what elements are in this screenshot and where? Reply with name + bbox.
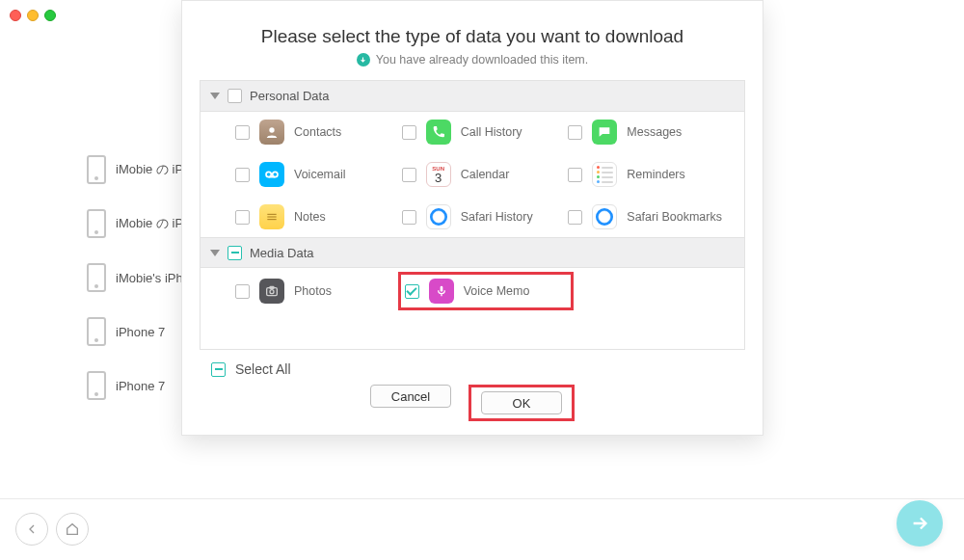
close-window-icon[interactable] <box>10 10 21 21</box>
modal-subtitle-text: You have already downloaded this item. <box>376 53 589 67</box>
media-grid: Photos Voice Memo <box>201 268 744 314</box>
item-label: Call History <box>461 125 522 139</box>
item-calendar[interactable]: SUN 3 Calendar <box>402 162 569 187</box>
iphone-icon <box>87 317 106 346</box>
item-voice-memo[interactable]: Voice Memo <box>398 272 575 310</box>
checkbox-select-all[interactable] <box>211 362 226 377</box>
home-button[interactable] <box>56 513 89 546</box>
section-title: Personal Data <box>250 89 329 103</box>
item-voicemail[interactable]: Voicemail <box>235 162 402 187</box>
iphone-icon <box>87 263 106 292</box>
item-call-history[interactable]: Call History <box>402 120 569 145</box>
checkbox-notes[interactable] <box>235 210 250 225</box>
chevron-down-icon <box>210 250 220 256</box>
bottom-toolbar <box>0 498 964 560</box>
cancel-button-label: Cancel <box>391 389 430 404</box>
item-label: Messages <box>627 125 682 139</box>
calendar-icon-day: 3 <box>435 172 442 184</box>
device-label: iMobie の iP <box>116 161 183 178</box>
item-messages[interactable]: Messages <box>568 120 735 145</box>
device-label: iPhone 7 <box>116 325 165 339</box>
iphone-icon <box>87 155 106 184</box>
ok-button-label: OK <box>513 396 531 411</box>
section-header-media[interactable]: Media Data <box>201 237 744 268</box>
device-label: iMobie's iPh <box>116 271 183 285</box>
item-notes[interactable]: Notes <box>235 204 402 229</box>
messages-icon <box>592 120 617 145</box>
voice-memo-icon <box>429 279 454 304</box>
svg-point-0 <box>269 127 274 132</box>
contacts-icon <box>259 120 284 145</box>
notes-icon <box>259 204 284 229</box>
checkbox-calendar[interactable] <box>402 168 416 182</box>
minimize-window-icon[interactable] <box>27 10 39 21</box>
back-button[interactable] <box>15 513 48 546</box>
item-reminders[interactable]: Reminders <box>568 162 735 187</box>
ok-button[interactable]: OK <box>481 391 562 414</box>
zoom-window-icon[interactable] <box>44 10 56 21</box>
safari-bookmarks-icon <box>592 204 617 229</box>
arrow-left-icon <box>24 521 40 537</box>
checkbox-photos[interactable] <box>235 284 250 299</box>
checkbox-voice-memo[interactable] <box>405 284 419 299</box>
item-label: Notes <box>294 210 326 224</box>
iphone-icon <box>87 371 106 400</box>
next-button[interactable] <box>897 500 943 547</box>
checkbox-personal-all[interactable] <box>228 89 242 103</box>
item-contacts[interactable]: Contacts <box>235 120 402 145</box>
checkbox-safari-bookmarks[interactable] <box>568 210 582 225</box>
modal-button-row: Cancel OK <box>182 385 763 435</box>
select-all-label: Select All <box>235 361 291 377</box>
device-label: iMobie の iP <box>116 215 183 232</box>
item-label: Safari Bookmarks <box>627 210 722 224</box>
voicemail-icon <box>259 162 284 187</box>
section-header-personal[interactable]: Personal Data <box>201 81 744 112</box>
checkbox-reminders[interactable] <box>568 168 582 182</box>
checkbox-contacts[interactable] <box>235 125 250 140</box>
item-safari-bookmarks[interactable]: Safari Bookmarks <box>568 204 735 229</box>
item-safari-history[interactable]: Safari History <box>402 204 569 229</box>
checkbox-voicemail[interactable] <box>235 168 250 182</box>
safari-history-icon <box>426 204 451 229</box>
item-label: Voice Memo <box>464 284 530 298</box>
item-label: Calendar <box>461 168 510 181</box>
personal-grid: Contacts Call History Messages <box>201 112 744 237</box>
arrow-right-icon <box>909 513 930 534</box>
item-label: Voicemail <box>294 168 346 181</box>
photos-icon <box>259 279 284 304</box>
item-label: Safari History <box>461 210 533 224</box>
window-traffic-lights <box>10 10 56 21</box>
svg-point-4 <box>270 290 274 294</box>
data-type-panel: Personal Data Contacts Call History <box>200 80 745 350</box>
ok-button-highlight: OK <box>469 385 575 421</box>
data-type-modal: Please select the type of data you want … <box>181 0 763 436</box>
downloaded-indicator-icon <box>357 53 370 67</box>
item-label: Contacts <box>294 125 341 139</box>
section-title: Media Data <box>250 246 313 260</box>
iphone-icon <box>87 209 106 238</box>
item-photos[interactable]: Photos <box>235 276 402 307</box>
phone-icon <box>426 120 451 145</box>
calendar-icon: SUN 3 <box>426 162 451 187</box>
modal-subtitle: You have already downloaded this item. <box>182 53 763 67</box>
select-all-row[interactable]: Select All <box>182 350 763 377</box>
home-icon <box>65 521 80 537</box>
cancel-button[interactable]: Cancel <box>370 385 451 408</box>
chevron-down-icon <box>210 93 220 99</box>
modal-title: Please select the type of data you want … <box>182 26 763 47</box>
checkbox-messages[interactable] <box>568 125 582 140</box>
device-label: iPhone 7 <box>116 379 165 393</box>
checkbox-call-history[interactable] <box>402 125 416 140</box>
item-label: Photos <box>294 284 332 298</box>
checkbox-safari-history[interactable] <box>402 210 416 225</box>
item-label: Reminders <box>627 168 684 181</box>
svg-rect-6 <box>440 286 442 292</box>
reminders-icon <box>592 162 617 187</box>
checkbox-media-all[interactable] <box>228 246 242 260</box>
